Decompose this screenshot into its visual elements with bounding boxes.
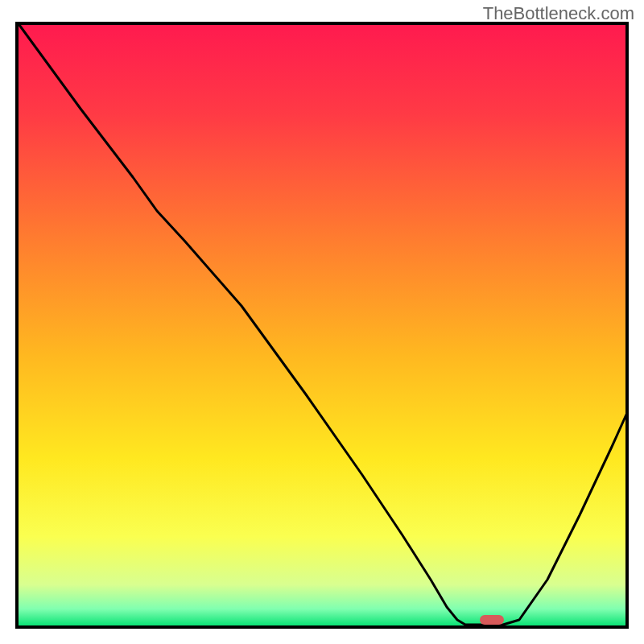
- gradient-background: [17, 23, 627, 627]
- bottleneck-chart: [0, 0, 644, 644]
- optimal-point-marker: [480, 615, 504, 625]
- watermark-text: TheBottleneck.com: [483, 3, 634, 24]
- chart-container: TheBottleneck.com: [0, 0, 644, 644]
